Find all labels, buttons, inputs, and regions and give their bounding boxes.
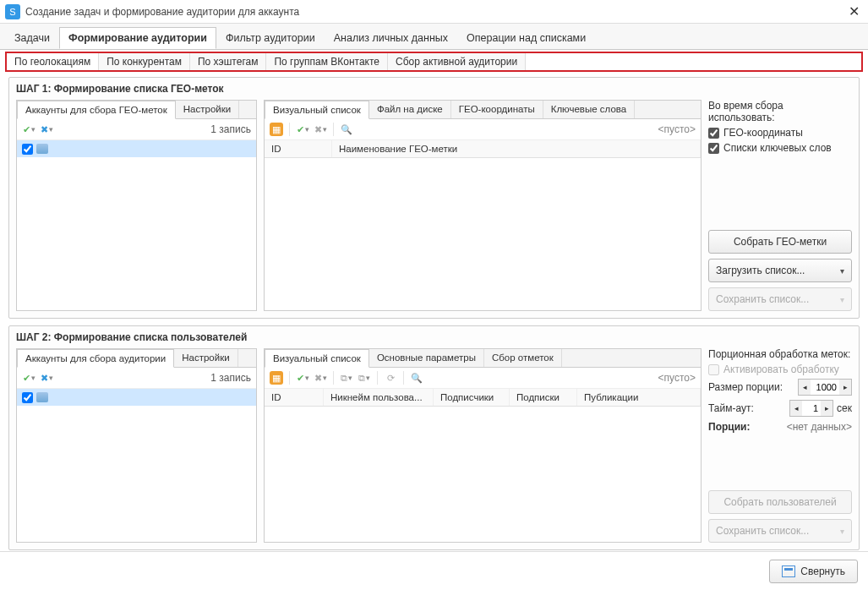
collapse-button[interactable]: Свернуть bbox=[769, 560, 858, 583]
main-tabs: Задачи Формирование аудитории Фильтр ауд… bbox=[0, 24, 868, 50]
step2-right-panel: Порционная обработка меток: Активировать… bbox=[708, 348, 852, 543]
add-icon[interactable]: ▦ bbox=[270, 123, 283, 136]
step2-title: ШАГ 2: Формирование списка пользователей bbox=[16, 331, 852, 343]
check-icon[interactable]: ✔ bbox=[22, 371, 35, 385]
batch-size-label: Размер порции: bbox=[708, 381, 783, 393]
step1-right-panel: Во время сбора использовать: ГЕО-координ… bbox=[708, 100, 852, 311]
add-icon[interactable]: ▦ bbox=[270, 371, 283, 385]
step1-mid-tab-visual[interactable]: Визуальный список bbox=[265, 101, 369, 119]
window-title: Создание задач и формирование аудитории … bbox=[25, 6, 845, 18]
step2-account-count: 1 запись bbox=[210, 372, 251, 384]
col-geo-name: Наименование ГЕО-метки bbox=[332, 140, 701, 157]
step2-mid-tab-marks[interactable]: Сбор отметок bbox=[484, 349, 562, 367]
step1-geo-panel: Визуальный список Файл на диске ГЕО-коор… bbox=[264, 100, 701, 311]
subtab-hashtags[interactable]: По хэштегам bbox=[190, 53, 266, 70]
step2-mid-tab-visual[interactable]: Визуальный список bbox=[265, 349, 369, 368]
delete-icon[interactable]: ✖ bbox=[40, 371, 53, 385]
account-checkbox[interactable] bbox=[22, 392, 33, 403]
step1-account-count: 1 запись bbox=[210, 123, 251, 135]
delete-icon[interactable]: ✖ bbox=[40, 123, 53, 136]
paste-icon[interactable]: ⧉ bbox=[358, 371, 371, 385]
sub-tabs: По геолокациям По конкурентам По хэштега… bbox=[5, 52, 863, 72]
tab-tasks[interactable]: Задачи bbox=[5, 27, 59, 49]
col-id: ID bbox=[265, 140, 332, 157]
step1-mid-tab-coords[interactable]: ГЕО-координаты bbox=[451, 101, 543, 118]
titlebar: S Создание задач и формирование аудитори… bbox=[0, 0, 868, 24]
tab-audience[interactable]: Формирование аудитории bbox=[59, 27, 216, 49]
tab-analysis[interactable]: Анализ личных данных bbox=[325, 27, 457, 49]
subtab-vk-groups[interactable]: По группам ВКонтакте bbox=[266, 53, 388, 70]
collect-users-button: Собрать пользователей bbox=[708, 490, 852, 514]
chk-keyword-lists[interactable]: Списки ключевых слов bbox=[708, 142, 852, 154]
account-checkbox[interactable] bbox=[22, 144, 33, 155]
step2-left-tab-accounts[interactable]: Аккаунты для сбора аудитории bbox=[17, 349, 174, 368]
step1-left-tab-settings[interactable]: Настройки bbox=[176, 101, 239, 118]
timeout-label: Тайм-аут: bbox=[708, 402, 754, 414]
collapse-icon bbox=[782, 565, 795, 577]
step1-title: ШАГ 1: Формирование списка ГЕО-меток bbox=[16, 83, 852, 95]
load-list-button[interactable]: Загрузить список...▾ bbox=[708, 259, 852, 282]
subtab-active-audience[interactable]: Сбор активной аудитории bbox=[388, 53, 526, 70]
account-row[interactable] bbox=[17, 140, 256, 157]
step1-left-tab-accounts[interactable]: Аккаунты для сбора ГЕО-меток bbox=[17, 101, 176, 119]
delete-icon[interactable]: ✖ bbox=[314, 371, 327, 385]
check-icon[interactable]: ✔ bbox=[22, 123, 35, 136]
step2-left-tab-settings[interactable]: Настройки bbox=[174, 349, 237, 367]
step1-mid-tab-keywords[interactable]: Ключевые слова bbox=[543, 101, 636, 118]
step1-mid-tab-file[interactable]: Файл на диске bbox=[369, 101, 451, 118]
step2-users-panel: Визуальный список Основные параметры Сбо… bbox=[264, 348, 701, 543]
col-publications: Публикации bbox=[577, 389, 701, 406]
delete-icon[interactable]: ✖ bbox=[314, 123, 327, 136]
save-list-button: Сохранить список...▾ bbox=[708, 287, 852, 311]
portions-value: <нет данных> bbox=[787, 421, 852, 433]
step2-mid-tab-params[interactable]: Основные параметры bbox=[369, 349, 484, 367]
step1-right-title: Во время сбора использовать: bbox=[708, 100, 852, 123]
collect-geo-button[interactable]: Собрать ГЕО-метки bbox=[708, 230, 852, 254]
user-icon bbox=[36, 392, 48, 402]
col-subscribers: Подписчики bbox=[434, 389, 510, 406]
chk-geo-coords[interactable]: ГЕО-координаты bbox=[708, 127, 852, 139]
app-icon: S bbox=[5, 4, 20, 19]
tab-list-ops[interactable]: Операции над списками bbox=[457, 27, 595, 49]
copy-icon[interactable]: ⧉ bbox=[340, 371, 353, 385]
footer: Свернуть bbox=[0, 551, 868, 590]
step1: ШАГ 1: Формирование списка ГЕО-меток Акк… bbox=[8, 77, 860, 319]
step2-accounts-panel: Аккаунты для сбора аудитории Настройки ✔… bbox=[16, 348, 257, 543]
tab-filter[interactable]: Фильтр аудитории bbox=[216, 27, 325, 49]
step2: ШАГ 2: Формирование списка пользователей… bbox=[8, 325, 860, 550]
col-nickname: Никнейм пользова... bbox=[324, 389, 434, 406]
batch-size-stepper[interactable]: ◂▸ bbox=[798, 379, 852, 396]
search-icon[interactable]: 🔍 bbox=[340, 123, 353, 136]
portions-label: Порции: bbox=[708, 421, 750, 433]
col-following: Подписки bbox=[510, 389, 577, 406]
account-row[interactable] bbox=[17, 389, 256, 406]
step1-accounts-panel: Аккаунты для сбора ГЕО-меток Настройки ✔… bbox=[16, 100, 257, 311]
step1-empty-label: <пусто> bbox=[658, 123, 696, 135]
timeout-stepper[interactable]: ◂▸ bbox=[789, 400, 833, 417]
user-icon bbox=[36, 144, 48, 154]
col-id: ID bbox=[265, 389, 324, 406]
subtab-competitors[interactable]: По конкурентам bbox=[99, 53, 190, 70]
close-icon[interactable]: ✕ bbox=[845, 3, 863, 19]
check-icon[interactable]: ✔ bbox=[296, 371, 309, 385]
refresh-icon[interactable]: ⟳ bbox=[384, 371, 397, 385]
subtab-geo[interactable]: По геолокациям bbox=[7, 53, 99, 70]
search-icon[interactable]: 🔍 bbox=[410, 371, 423, 385]
save-users-button: Сохранить список...▾ bbox=[708, 519, 852, 543]
step2-empty-label: <пусто> bbox=[658, 372, 696, 384]
step2-right-title: Порционная обработка меток: bbox=[708, 348, 852, 360]
chk-activate-batch[interactable]: Активировать обработку bbox=[708, 363, 852, 375]
check-icon[interactable]: ✔ bbox=[296, 123, 309, 136]
